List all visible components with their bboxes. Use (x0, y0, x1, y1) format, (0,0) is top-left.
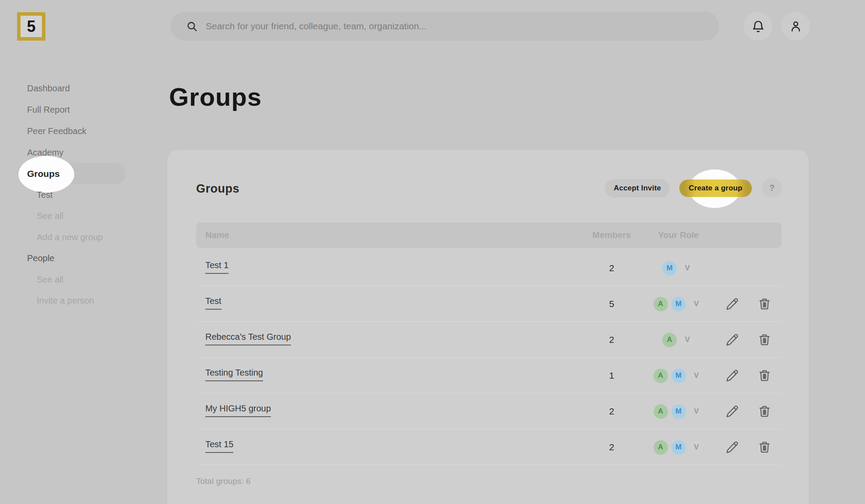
app-root: 5 Search for your friend, colleague, tea… (0, 0, 865, 504)
search-placeholder: Search for your friend, colleague, team,… (206, 21, 426, 31)
role-badge-viewer: V (680, 333, 695, 347)
role-badge-viewer: V (680, 261, 695, 276)
pencil-icon (726, 441, 739, 454)
sidebar-item-people[interactable]: People (27, 248, 54, 269)
card-title: Groups (196, 182, 239, 196)
sidebar-item-add-new-group[interactable]: Add a new group (37, 227, 103, 248)
logo-text: 5 (27, 19, 35, 35)
pencil-icon (726, 297, 739, 311)
notifications-button[interactable] (744, 12, 772, 41)
table-row: Testing Testing 1 A M V (196, 358, 782, 394)
role-badges: A M V (643, 358, 714, 394)
trash-icon (758, 297, 771, 311)
members-count: 2 (585, 429, 639, 465)
role-badge-member: M (671, 440, 686, 455)
column-header-members: Members (585, 222, 639, 248)
search-icon (186, 21, 198, 32)
pencil-icon (726, 333, 739, 346)
page-title: Groups (169, 82, 262, 111)
edit-group-button[interactable] (725, 404, 740, 419)
role-badge-admin: A (654, 369, 668, 383)
trash-icon (758, 441, 771, 454)
role-badges: A M V (643, 286, 714, 322)
members-count: 1 (585, 358, 639, 394)
pencil-icon (726, 405, 739, 418)
role-badge-member: M (662, 261, 677, 276)
search-input[interactable]: Search for your friend, colleague, team,… (170, 12, 719, 41)
group-name-link[interactable]: Testing Testing (205, 368, 263, 381)
delete-group-button[interactable] (757, 404, 772, 419)
sidebar-item-groups-see-all[interactable]: See all (37, 205, 63, 226)
edit-group-button[interactable] (725, 297, 740, 311)
role-badge-viewer: V (689, 297, 704, 311)
edit-group-button[interactable] (725, 440, 740, 455)
role-badges: A V (643, 322, 714, 358)
members-count: 2 (585, 394, 639, 429)
role-badge-member: M (671, 404, 686, 419)
trash-icon (758, 405, 771, 418)
sidebar-item-people-see-all[interactable]: See all (37, 269, 63, 290)
members-count: 5 (585, 286, 639, 322)
role-badge-viewer: V (689, 369, 704, 383)
sidebar-item-dashboard[interactable]: Dashboard (27, 78, 70, 99)
role-badges: A M V (643, 429, 714, 465)
table-row: My HIGH5 group 2 A M V (196, 394, 782, 429)
column-header-your-role: Your Role (643, 222, 714, 248)
delete-group-button[interactable] (757, 332, 772, 347)
group-name-link[interactable]: Test 15 (205, 439, 233, 453)
edit-group-button[interactable] (725, 332, 740, 347)
role-badge-admin: A (654, 404, 668, 419)
role-badge-admin: A (654, 440, 668, 455)
role-badge-viewer: V (689, 440, 704, 455)
accept-invite-button[interactable]: Accept Invite (605, 179, 670, 197)
edit-group-button[interactable] (725, 368, 740, 383)
table-row: Test 15 2 A M V (196, 429, 782, 465)
role-badge-viewer: V (689, 404, 704, 419)
create-group-button[interactable]: Create a group (679, 180, 752, 197)
sidebar-item-invite-a-person[interactable]: Invite a person (37, 290, 94, 311)
profile-button[interactable] (781, 12, 810, 41)
role-badge-admin: A (654, 297, 668, 311)
column-header-name: Name (205, 222, 229, 248)
high5-logo[interactable]: 5 (17, 12, 45, 41)
table-row: Rebecca's Test Group 2 A V (196, 322, 782, 358)
group-name-link[interactable]: My HIGH5 group (205, 404, 271, 417)
sidebar-item-test-group[interactable]: Test (37, 184, 53, 205)
group-name-link[interactable]: Test (205, 296, 221, 310)
delete-group-button[interactable] (757, 297, 772, 311)
table-row: Test 5 A M V (196, 286, 782, 322)
role-badge-member: M (671, 297, 686, 311)
members-count: 2 (585, 250, 639, 286)
total-groups-label: Total groups: 6 (196, 476, 251, 486)
trash-icon (758, 369, 771, 382)
sidebar-item-groups[interactable]: Groups (27, 163, 60, 184)
role-badges: A M V (643, 394, 714, 429)
sidebar-item-full-report[interactable]: Full Report (27, 99, 70, 120)
role-badges: M V (643, 250, 714, 286)
groups-card: Groups Accept Invite Create a group ? Na… (167, 150, 809, 504)
table-row: Test 1 2 M V (196, 250, 782, 286)
table-header: Name Members Your Role (196, 222, 782, 248)
help-button[interactable]: ? (762, 178, 782, 198)
group-name-link[interactable]: Rebecca's Test Group (205, 332, 291, 345)
group-name-link[interactable]: Test 1 (205, 260, 228, 274)
members-count: 2 (585, 322, 639, 358)
sidebar-item-peer-feedback[interactable]: Peer Feedback (27, 121, 86, 142)
bell-icon (751, 20, 765, 33)
user-icon (789, 20, 803, 33)
role-badge-admin: A (662, 333, 677, 347)
role-badge-member: M (671, 369, 686, 383)
trash-icon (758, 333, 771, 346)
pencil-icon (726, 369, 739, 382)
delete-group-button[interactable] (757, 368, 772, 383)
delete-group-button[interactable] (757, 440, 772, 455)
